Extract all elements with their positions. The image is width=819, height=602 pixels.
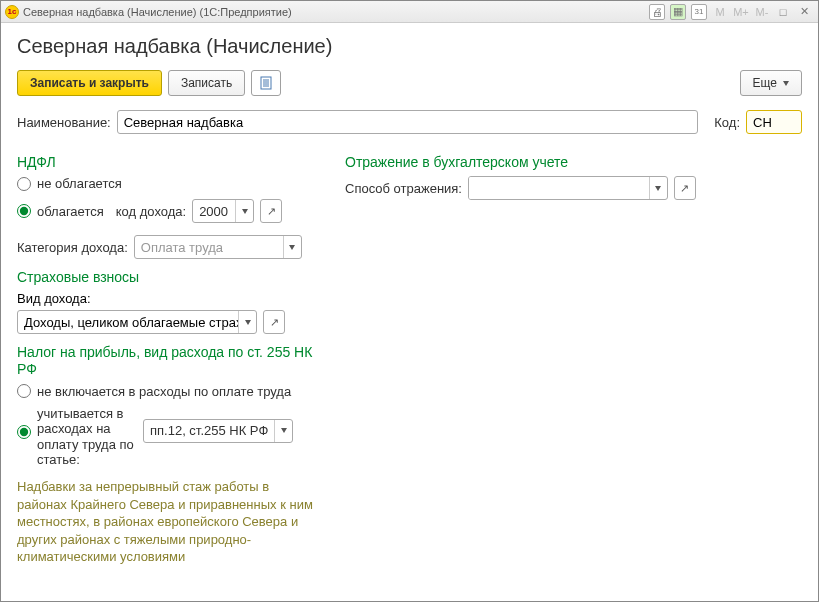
app-logo: 1c xyxy=(5,5,19,19)
pt-article-value[interactable]: пп.12, ст.255 НК РФ xyxy=(144,420,274,442)
accounting-method-open-button[interactable]: ↗ xyxy=(674,176,696,200)
income-code-combo[interactable]: 2000 xyxy=(192,199,254,223)
income-type-dropdown-icon[interactable] xyxy=(238,311,256,333)
footnote-text: Надбавки за непрерывный стаж работы в ра… xyxy=(17,478,317,566)
income-category-value: Оплата труда xyxy=(135,236,283,258)
window-titlebar: 1c Северная надбавка (Начисление) (1С:Пр… xyxy=(1,1,818,23)
name-input[interactable] xyxy=(117,110,699,134)
income-code-open-button[interactable]: ↗ xyxy=(260,199,282,223)
write-button[interactable]: Записать xyxy=(168,70,245,96)
accounting-method-label: Способ отражения: xyxy=(345,181,462,196)
accounting-method-combo[interactable] xyxy=(468,176,668,200)
write-and-close-button[interactable]: Записать и закрыть xyxy=(17,70,162,96)
code-input[interactable] xyxy=(746,110,802,134)
toolbar: Записать и закрыть Записать Еще xyxy=(17,70,802,96)
income-category-combo[interactable]: Оплата труда xyxy=(134,235,302,259)
m-plus-button[interactable]: M+ xyxy=(731,3,751,21)
ndfl-taxed-label: облагается xyxy=(37,204,104,219)
name-label: Наименование: xyxy=(17,115,111,130)
calendar-icon[interactable]: 31 xyxy=(689,3,709,21)
income-category-label: Категория дохода: xyxy=(17,240,128,255)
more-button[interactable]: Еще xyxy=(740,70,802,96)
income-type-open-button[interactable]: ↗ xyxy=(263,310,285,334)
income-type-combo[interactable]: Доходы, целиком облагаемые страховыми вз… xyxy=(17,310,257,334)
insurance-heading: Страховые взносы xyxy=(17,269,327,285)
code-label: Код: xyxy=(714,115,740,130)
calculator-icon[interactable]: ▦ xyxy=(668,3,688,21)
page-title: Северная надбавка (Начисление) xyxy=(17,35,802,58)
print-icon[interactable]: 🖨 xyxy=(647,3,667,21)
pt-not-included-label: не включается в расходы по оплате труда xyxy=(37,384,291,399)
accounting-method-value[interactable] xyxy=(469,177,649,199)
income-code-label: код дохода: xyxy=(116,204,186,219)
window-title: Северная надбавка (Начисление) (1С:Предп… xyxy=(23,6,292,18)
income-code-dropdown-icon[interactable] xyxy=(235,200,253,222)
list-button[interactable] xyxy=(251,70,281,96)
income-type-label: Вид дохода: xyxy=(17,291,327,306)
ndfl-taxed-radio[interactable] xyxy=(17,204,31,218)
income-category-dropdown-icon[interactable] xyxy=(283,236,301,258)
minimize-icon[interactable]: □ xyxy=(773,3,793,21)
accounting-method-dropdown-icon[interactable] xyxy=(649,177,667,199)
pt-not-included-radio[interactable] xyxy=(17,384,31,398)
ndfl-heading: НДФЛ xyxy=(17,154,327,170)
ndfl-not-taxed-label: не облагается xyxy=(37,176,122,191)
svg-rect-0 xyxy=(261,77,271,89)
pt-article-dropdown-icon[interactable] xyxy=(274,420,292,442)
ndfl-not-taxed-radio[interactable] xyxy=(17,177,31,191)
m-button[interactable]: M xyxy=(710,3,730,21)
profit-tax-heading: Налог на прибыль, вид расхода по ст. 255… xyxy=(17,344,327,378)
m-minus-button[interactable]: M- xyxy=(752,3,772,21)
pt-included-label: учитывается в расходах на оплату труда п… xyxy=(37,406,137,468)
pt-article-combo[interactable]: пп.12, ст.255 НК РФ xyxy=(143,419,293,443)
pt-included-radio[interactable] xyxy=(17,425,31,439)
accounting-heading: Отражение в бухгалтерском учете xyxy=(345,154,802,170)
close-icon[interactable]: ✕ xyxy=(794,3,814,21)
income-code-value[interactable]: 2000 xyxy=(193,200,235,222)
income-type-value[interactable]: Доходы, целиком облагаемые страховыми вз… xyxy=(18,311,238,333)
